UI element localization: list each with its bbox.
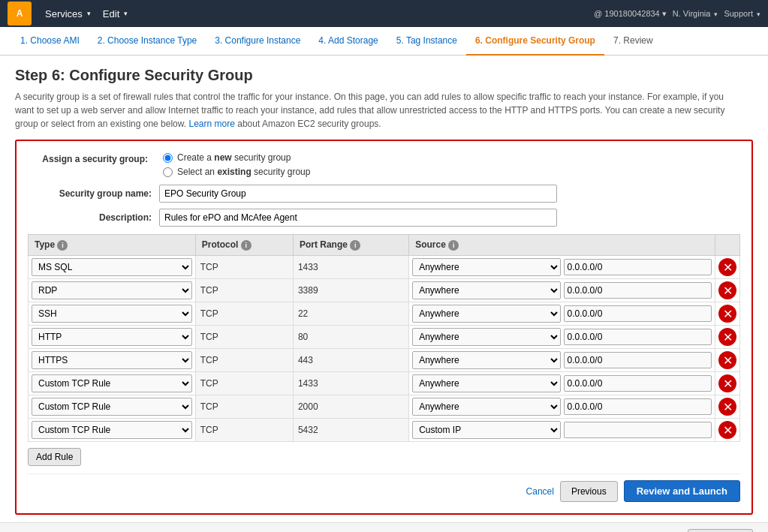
page-title: Step 6: Configure Security Group <box>15 67 753 84</box>
svg-text:A: A <box>17 8 23 19</box>
port-cell: 1433 <box>293 372 408 395</box>
protocol-cell: TCP <box>195 349 293 372</box>
port-info-icon[interactable]: i <box>350 240 360 251</box>
tab-configure-instance[interactable]: 3. Configure Instance <box>206 27 309 56</box>
col-protocol: Protocol i <box>195 235 293 256</box>
port-cell: 3389 <box>293 279 408 302</box>
tab-configure-security[interactable]: 6. Configure Security Group <box>466 27 604 56</box>
source-select-4[interactable]: AnywhereMy IPCustom IP <box>412 351 560 369</box>
tab-add-storage[interactable]: 4. Add Storage <box>309 27 387 56</box>
col-actions <box>715 235 740 256</box>
protocol-cell: TCP <box>195 256 293 279</box>
tab-review[interactable]: 7. Review <box>604 27 662 56</box>
add-rule-button[interactable]: Add Rule <box>28 448 81 466</box>
source-cell: AnywhereMy IPCustom IP <box>409 256 715 279</box>
type-select-5[interactable]: MS SQLRDPSSHHTTPHTTPSCustom TCP RuleCust… <box>32 374 192 392</box>
port-cell: 22 <box>293 302 408 326</box>
delete-rule-5[interactable]: ✕ <box>718 374 736 392</box>
previous-button[interactable]: Previous <box>560 481 618 502</box>
feedback-button[interactable]: Feedback <box>688 529 753 532</box>
assign-options: Create a new security group Select an ex… <box>163 152 310 177</box>
protocol-cell: TCP <box>195 326 293 349</box>
type-select-2[interactable]: MS SQLRDPSSHHTTPHTTPSCustom TCP RuleCust… <box>32 305 192 323</box>
port-cell: 80 <box>293 326 408 349</box>
aws-logo: A <box>8 2 32 26</box>
delete-rule-7[interactable]: ✕ <box>718 421 736 439</box>
source-ip-2[interactable] <box>564 305 712 322</box>
desc-input[interactable] <box>159 209 557 227</box>
source-ip-4[interactable] <box>564 352 712 368</box>
edit-chevron: ▾ <box>124 10 128 17</box>
source-select-2[interactable]: AnywhereMy IPCustom IP <box>412 305 560 323</box>
account-info: @ 190180042834 ▾ N. Virginia ▾ Support ▾ <box>594 9 760 19</box>
delete-rule-4[interactable]: ✕ <box>718 351 736 369</box>
source-select-1[interactable]: AnywhereMy IPCustom IP <box>412 281 560 299</box>
type-select-6[interactable]: MS SQLRDPSSHHTTPHTTPSCustom TCP RuleCust… <box>32 398 192 416</box>
assign-row: Assign a security group: Create a new se… <box>28 152 740 177</box>
wizard-tabs: 1. Choose AMI 2. Choose Instance Type 3.… <box>0 27 768 56</box>
learn-more-link[interactable]: Learn more <box>188 119 234 129</box>
tab-choose-ami[interactable]: 1. Choose AMI <box>11 27 89 56</box>
col-source: Source i <box>409 235 715 256</box>
source-cell: AnywhereMy IPCustom IP <box>409 302 715 326</box>
top-nav: A Services ▾ Edit ▾ @ 190180042834 ▾ N. … <box>0 0 768 27</box>
source-ip-3[interactable] <box>564 329 712 345</box>
source-cell: AnywhereMy IPCustom IP <box>409 395 715 419</box>
support-menu[interactable]: Support ▾ <box>724 9 760 18</box>
create-new-option[interactable]: Create a new security group <box>163 152 310 163</box>
delete-rule-2[interactable]: ✕ <box>718 305 736 323</box>
type-select-4[interactable]: MS SQLRDPSSHHTTPHTTPSCustom TCP RuleCust… <box>32 351 192 369</box>
name-label: Security group name: <box>28 188 152 199</box>
name-row: Security group name: <box>28 185 740 203</box>
delete-rule-0[interactable]: ✕ <box>718 258 736 276</box>
tab-tag-instance[interactable]: 5. Tag Instance <box>387 27 466 56</box>
edit-menu[interactable]: Edit ▾ <box>97 8 134 20</box>
protocol-info-icon[interactable]: i <box>241 240 251 251</box>
table-row: MS SQLRDPSSHHTTPHTTPSCustom TCP RuleCust… <box>29 256 740 279</box>
protocol-cell: TCP <box>195 395 293 419</box>
delete-rule-1[interactable]: ✕ <box>718 281 736 299</box>
source-select-5[interactable]: AnywhereMy IPCustom IP <box>412 374 560 392</box>
tab-choose-instance[interactable]: 2. Choose Instance Type <box>89 27 206 56</box>
port-cell: 443 <box>293 349 408 372</box>
select-existing-radio[interactable] <box>163 167 173 177</box>
source-info-icon[interactable]: i <box>448 240 459 251</box>
source-ip-6[interactable] <box>564 398 712 415</box>
delete-rule-3[interactable]: ✕ <box>718 328 736 346</box>
services-menu[interactable]: Services ▾ <box>39 8 97 20</box>
source-ip-5[interactable] <box>564 375 712 392</box>
source-select-0[interactable]: AnywhereMy IPCustom IP <box>412 258 560 276</box>
assign-label: Assign a security group: <box>28 152 148 164</box>
source-ip-7[interactable] <box>564 422 712 438</box>
protocol-cell: TCP <box>195 419 293 442</box>
type-select-0[interactable]: MS SQLRDPSSHHTTPHTTPSCustom TCP RuleCust… <box>32 258 192 276</box>
source-select-6[interactable]: AnywhereMy IPCustom IP <box>412 398 560 416</box>
port-cell: 2000 <box>293 395 408 419</box>
region-selector[interactable]: N. Virginia ▾ <box>673 9 718 18</box>
table-row: MS SQLRDPSSHHTTPHTTPSCustom TCP RuleCust… <box>29 372 740 395</box>
action-bar: Cancel Previous Review and Launch <box>28 473 740 502</box>
type-select-3[interactable]: MS SQLRDPSSHHTTPHTTPSCustom TCP RuleCust… <box>32 328 192 346</box>
protocol-cell: TCP <box>195 372 293 395</box>
account-id[interactable]: @ 190180042834 ▾ <box>594 9 667 19</box>
page-description: A security group is a set of firewall ru… <box>15 90 736 131</box>
create-new-radio[interactable] <box>163 153 173 163</box>
source-select-7[interactable]: AnywhereMy IPCustom IP <box>412 421 560 439</box>
review-launch-button[interactable]: Review and Launch <box>624 480 740 502</box>
type-select-7[interactable]: MS SQLRDPSSHHTTPHTTPSCustom TCP RuleCust… <box>32 421 192 439</box>
source-select-3[interactable]: AnywhereMy IPCustom IP <box>412 328 560 346</box>
source-ip-0[interactable] <box>564 259 712 275</box>
name-input[interactable] <box>159 185 557 203</box>
col-port-range: Port Range i <box>293 235 408 256</box>
delete-rule-6[interactable]: ✕ <box>718 398 736 416</box>
type-select-1[interactable]: MS SQLRDPSSHHTTPHTTPSCustom TCP RuleCust… <box>32 281 192 299</box>
table-row: MS SQLRDPSSHHTTPHTTPSCustom TCP RuleCust… <box>29 326 740 349</box>
select-existing-option[interactable]: Select an existing security group <box>163 167 310 177</box>
source-cell: AnywhereMy IPCustom IP <box>409 419 715 442</box>
type-info-icon[interactable]: i <box>57 240 68 251</box>
table-row: MS SQLRDPSSHHTTPHTTPSCustom TCP RuleCust… <box>29 349 740 372</box>
desc-label: Description: <box>28 212 152 223</box>
rules-table: Type i Protocol i Port Range i Source i <box>28 234 740 442</box>
cancel-link[interactable]: Cancel <box>526 486 554 497</box>
source-ip-1[interactable] <box>564 282 712 299</box>
